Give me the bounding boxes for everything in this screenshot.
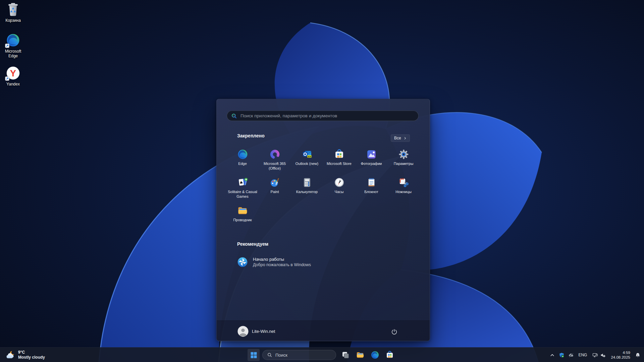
pinned-app-label: Microsoft Store — [327, 162, 352, 166]
svg-text:♠: ♠ — [239, 180, 243, 185]
onedrive-tray[interactable] — [566, 349, 576, 361]
desktop-icon-label: Корзина — [5, 18, 21, 23]
svg-text:z: z — [637, 354, 638, 356]
recycle-icon — [6, 2, 20, 17]
weather-moon-cloud-icon — [5, 350, 15, 360]
notepad-icon — [366, 177, 377, 188]
microsoft-store-button[interactable] — [383, 348, 396, 362]
network-volume-tray[interactable] — [590, 349, 608, 361]
onedrive-offline-icon — [568, 352, 574, 358]
pinned-app-label: Проводник — [233, 218, 252, 223]
pinned-apps-grid: EdgeMicrosoft 365 (Office)NEWOutlook (ne… — [226, 148, 420, 233]
pinned-app-label: Microsoft 365 (Office) — [259, 162, 290, 171]
pinned-all-label: Все — [394, 136, 401, 140]
pinned-app-label: Блокнот — [364, 190, 378, 194]
language-indicator[interactable]: ENG — [576, 349, 590, 361]
pinned-app-label: Параметры — [394, 162, 414, 166]
file-explorer-button[interactable] — [354, 348, 367, 362]
pinned-app-snipping[interactable]: Ножницы — [387, 176, 420, 204]
pinned-app-label: Solitaire & Casual Games — [227, 190, 258, 199]
pinned-section-title: Закреплено — [237, 133, 265, 138]
system-tray: ENG 4:59 24.08.2025 — [547, 348, 643, 362]
desktop-icon-recycle[interactable]: Корзина — [0, 2, 26, 23]
pinned-app-label: Edge — [238, 162, 247, 166]
solitaire-icon: ♠ — [237, 177, 248, 188]
chevron-right-icon — [404, 137, 407, 140]
pinned-app-settings[interactable]: Параметры — [387, 148, 420, 176]
desktop-icon-label: Yandex — [6, 82, 20, 86]
svg-text:Y: Y — [10, 68, 16, 78]
getstarted-icon — [237, 256, 248, 268]
pinned-app-label: Paint — [270, 190, 279, 194]
paint-icon — [269, 177, 280, 188]
taskbar: 9°C Mostly cloudy Поиск — [0, 347, 644, 362]
user-avatar — [237, 326, 249, 337]
start-menu-footer: Lite-Win.net — [217, 320, 430, 341]
desktop-icon-yandex[interactable]: YYandex — [0, 66, 26, 86]
volume-muted-icon — [600, 352, 606, 358]
pinned-app-label: Фотографии — [361, 162, 382, 166]
settings-icon — [398, 149, 409, 160]
start-search-input[interactable] — [227, 111, 419, 121]
m365-icon — [269, 149, 280, 160]
user-name-label: Lite-Win.net — [252, 329, 275, 334]
taskbar-search-box[interactable]: Поиск — [262, 350, 336, 360]
weather-text: 9°C Mostly cloudy — [18, 350, 45, 360]
start-menu: Закреплено Все EdgeMicrosoft 365 (Office… — [216, 99, 430, 341]
defender-shield-icon — [559, 352, 565, 358]
start-search-container — [227, 111, 419, 121]
pinned-app-edge[interactable]: Edge — [226, 148, 259, 176]
pinned-app-label: Ножницы — [395, 190, 412, 194]
taskbar-center: Поиск — [248, 348, 396, 362]
task-view-icon — [341, 351, 350, 359]
tray-date: 24.08.2025 — [611, 355, 630, 360]
pinned-app-store[interactable]: Microsoft Store — [323, 148, 355, 176]
pinned-app-calculator[interactable]: Калькулятор — [291, 176, 323, 204]
pinned-app-m365[interactable]: Microsoft 365 (Office) — [259, 148, 291, 176]
recommended-item-getstarted[interactable]: Начало работыДобро пожаловать в Windows — [232, 253, 323, 271]
recommended-section-title: Рекомендуем — [237, 241, 268, 247]
search-icon — [267, 352, 272, 358]
tray-time: 4:59 — [611, 350, 630, 355]
calculator-icon — [302, 177, 313, 188]
pinned-app-photos[interactable]: Фотографии — [355, 148, 387, 176]
network-monitor-icon — [592, 352, 598, 358]
desktop-icon-edge[interactable]: Microsoft Edge — [0, 33, 26, 58]
windows-security-tray[interactable] — [557, 349, 566, 361]
tray-overflow-button[interactable] — [547, 349, 557, 361]
photos-icon — [366, 149, 377, 160]
weather-widget[interactable]: 9°C Mostly cloudy — [2, 348, 48, 362]
pinned-app-outlook[interactable]: NEWOutlook (new) — [291, 148, 323, 176]
pinned-app-solitaire[interactable]: ♠Solitaire & Casual Games — [226, 176, 259, 204]
yandex-icon: Y — [6, 66, 20, 80]
desktop-icon-label: Microsoft Edge — [0, 49, 26, 58]
weather-condition: Mostly cloudy — [18, 355, 45, 360]
outlook-icon: NEW — [302, 149, 313, 160]
recommended-item-title: Начало работы — [253, 257, 311, 262]
pinned-app-paint[interactable]: Paint — [259, 176, 291, 204]
start-button[interactable] — [248, 349, 260, 361]
windows-logo-icon — [250, 351, 258, 359]
clock-tray[interactable]: 4:59 24.08.2025 — [608, 349, 633, 361]
power-button[interactable] — [387, 325, 401, 338]
edge-icon — [237, 149, 248, 160]
edge-taskbar-button[interactable] — [368, 348, 382, 362]
notification-center-button[interactable]: z — [633, 349, 643, 361]
pinned-app-explorer[interactable]: Проводник — [226, 204, 259, 233]
user-profile-button[interactable]: Lite-Win.net — [233, 324, 279, 339]
microsoft-store-icon — [385, 351, 394, 359]
notification-bell-dnd-icon: z — [635, 352, 641, 358]
power-icon — [391, 328, 397, 335]
edge-icon — [6, 33, 20, 48]
pinned-all-button[interactable]: Все — [391, 134, 410, 142]
clock-icon — [334, 177, 345, 188]
pinned-app-notepad[interactable]: Блокнот — [355, 176, 387, 204]
task-view-button[interactable] — [339, 348, 352, 362]
pinned-app-label: Калькулятор — [296, 190, 318, 194]
chevron-up-icon — [549, 352, 555, 358]
svg-text:NEW: NEW — [307, 156, 311, 158]
edge-icon — [371, 351, 379, 359]
recommended-item-subtitle: Добро пожаловать в Windows — [253, 262, 311, 267]
search-icon — [231, 113, 237, 119]
pinned-app-clock[interactable]: Часы — [323, 176, 355, 204]
